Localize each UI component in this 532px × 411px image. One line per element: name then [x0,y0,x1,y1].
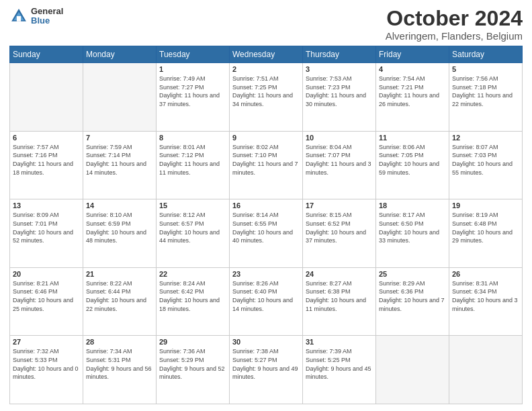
header: General Blue October 2024 Alveringem, Fl… [9,7,523,42]
day-info: Sunrise: 7:34 AM Sunset: 5:31 PM Dayligh… [86,347,153,381]
calendar-cell: 14Sunrise: 8:10 AM Sunset: 6:59 PM Dayli… [83,199,157,268]
day-number: 6 [13,134,80,142]
day-info: Sunrise: 8:24 AM Sunset: 6:42 PM Dayligh… [159,279,226,313]
day-number: 19 [452,201,519,210]
logo-icon [9,7,28,26]
calendar-cell [376,336,449,404]
day-info: Sunrise: 8:26 AM Sunset: 6:40 PM Dayligh… [232,279,300,313]
day-number: 21 [86,270,153,278]
calendar-cell [10,63,83,132]
calendar-cell [449,336,523,404]
svg-rect-2 [17,16,21,21]
day-info: Sunrise: 8:19 AM Sunset: 6:48 PM Dayligh… [452,211,519,244]
day-info: Sunrise: 7:56 AM Sunset: 7:18 PM Dayligh… [452,75,519,108]
calendar-cell: 21Sunrise: 8:22 AM Sunset: 6:44 PM Dayli… [83,267,157,336]
day-number: 31 [306,338,373,346]
calendar-cell: 13Sunrise: 8:09 AM Sunset: 7:01 PM Dayli… [10,199,83,268]
day-number: 7 [86,134,153,142]
day-number: 8 [159,134,226,142]
calendar-day-header: Sunday [10,46,83,63]
calendar-cell: 7Sunrise: 7:59 AM Sunset: 7:14 PM Daylig… [83,131,157,199]
day-number: 9 [232,134,300,142]
day-number: 13 [13,201,80,210]
calendar-cell: 28Sunrise: 7:34 AM Sunset: 5:31 PM Dayli… [83,336,157,404]
calendar-cell: 1Sunrise: 7:49 AM Sunset: 7:27 PM Daylig… [157,63,230,132]
calendar-cell: 24Sunrise: 8:27 AM Sunset: 6:38 PM Dayli… [303,267,376,336]
day-info: Sunrise: 7:39 AM Sunset: 5:25 PM Dayligh… [306,347,373,381]
day-number: 23 [232,270,300,278]
calendar-cell: 18Sunrise: 8:17 AM Sunset: 6:50 PM Dayli… [376,199,449,268]
calendar-day-header: Saturday [449,46,523,63]
day-info: Sunrise: 8:29 AM Sunset: 6:36 PM Dayligh… [379,279,446,313]
day-number: 20 [13,270,80,278]
page: General Blue October 2024 Alveringem, Fl… [0,0,532,411]
day-info: Sunrise: 8:12 AM Sunset: 6:57 PM Dayligh… [159,211,226,244]
calendar-cell: 8Sunrise: 8:01 AM Sunset: 7:12 PM Daylig… [157,131,230,199]
calendar-week-row: 1Sunrise: 7:49 AM Sunset: 7:27 PM Daylig… [10,63,523,132]
day-info: Sunrise: 8:21 AM Sunset: 6:46 PM Dayligh… [13,279,80,313]
day-info: Sunrise: 8:15 AM Sunset: 6:52 PM Dayligh… [306,211,373,244]
day-info: Sunrise: 8:27 AM Sunset: 6:38 PM Dayligh… [306,279,373,313]
day-info: Sunrise: 8:10 AM Sunset: 6:59 PM Dayligh… [86,211,153,244]
day-number: 1 [159,65,226,73]
day-number: 28 [86,338,153,346]
calendar-cell: 3Sunrise: 7:53 AM Sunset: 7:23 PM Daylig… [303,63,376,132]
page-title: October 2024 [386,7,523,30]
day-info: Sunrise: 8:02 AM Sunset: 7:10 PM Dayligh… [232,143,300,177]
day-number: 16 [232,201,300,210]
calendar-cell: 30Sunrise: 7:38 AM Sunset: 5:27 PM Dayli… [230,336,303,404]
day-number: 17 [306,201,373,210]
calendar-cell: 4Sunrise: 7:54 AM Sunset: 7:21 PM Daylig… [376,63,449,132]
day-number: 14 [86,201,153,210]
day-info: Sunrise: 7:38 AM Sunset: 5:27 PM Dayligh… [232,347,300,381]
calendar-day-header: Thursday [303,46,376,63]
day-number: 29 [159,338,226,346]
day-info: Sunrise: 8:07 AM Sunset: 7:03 PM Dayligh… [452,143,519,177]
calendar-cell: 2Sunrise: 7:51 AM Sunset: 7:25 PM Daylig… [230,63,303,132]
calendar-cell: 25Sunrise: 8:29 AM Sunset: 6:36 PM Dayli… [376,267,449,336]
calendar-cell: 22Sunrise: 8:24 AM Sunset: 6:42 PM Dayli… [157,267,230,336]
day-info: Sunrise: 8:01 AM Sunset: 7:12 PM Dayligh… [159,143,226,177]
day-info: Sunrise: 8:06 AM Sunset: 7:05 PM Dayligh… [379,143,446,177]
calendar-cell: 10Sunrise: 8:04 AM Sunset: 7:07 PM Dayli… [303,131,376,199]
calendar-cell: 29Sunrise: 7:36 AM Sunset: 5:29 PM Dayli… [157,336,230,404]
calendar-week-row: 20Sunrise: 8:21 AM Sunset: 6:46 PM Dayli… [10,267,523,336]
day-info: Sunrise: 7:49 AM Sunset: 7:27 PM Dayligh… [159,75,226,108]
calendar-cell: 9Sunrise: 8:02 AM Sunset: 7:10 PM Daylig… [230,131,303,199]
calendar-week-row: 27Sunrise: 7:32 AM Sunset: 5:33 PM Dayli… [10,336,523,404]
day-number: 15 [159,201,226,210]
day-info: Sunrise: 7:54 AM Sunset: 7:21 PM Dayligh… [379,75,446,108]
page-subtitle: Alveringem, Flanders, Belgium [386,30,523,42]
day-number: 12 [452,134,519,142]
day-info: Sunrise: 7:51 AM Sunset: 7:25 PM Dayligh… [232,75,300,108]
day-info: Sunrise: 8:09 AM Sunset: 7:01 PM Dayligh… [13,211,80,244]
calendar-cell [83,63,157,132]
calendar-cell: 15Sunrise: 8:12 AM Sunset: 6:57 PM Dayli… [157,199,230,268]
day-number: 18 [379,201,446,210]
day-info: Sunrise: 8:31 AM Sunset: 6:34 PM Dayligh… [452,279,519,313]
calendar-header-row: SundayMondayTuesdayWednesdayThursdayFrid… [10,46,523,63]
day-number: 22 [159,270,226,278]
logo-line1: General [31,7,63,16]
calendar-cell: 5Sunrise: 7:56 AM Sunset: 7:18 PM Daylig… [449,63,523,132]
calendar-cell: 17Sunrise: 8:15 AM Sunset: 6:52 PM Dayli… [303,199,376,268]
calendar-cell: 19Sunrise: 8:19 AM Sunset: 6:48 PM Dayli… [449,199,523,268]
day-number: 27 [13,338,80,346]
calendar-cell: 20Sunrise: 8:21 AM Sunset: 6:46 PM Dayli… [10,267,83,336]
day-info: Sunrise: 7:59 AM Sunset: 7:14 PM Dayligh… [86,143,153,177]
day-number: 2 [232,65,300,73]
calendar-cell: 16Sunrise: 8:14 AM Sunset: 6:55 PM Dayli… [230,199,303,268]
calendar-cell: 11Sunrise: 8:06 AM Sunset: 7:05 PM Dayli… [376,131,449,199]
calendar-cell: 23Sunrise: 8:26 AM Sunset: 6:40 PM Dayli… [230,267,303,336]
day-number: 26 [452,270,519,278]
calendar-cell: 27Sunrise: 7:32 AM Sunset: 5:33 PM Dayli… [10,336,83,404]
day-number: 5 [452,65,519,73]
calendar-day-header: Tuesday [157,46,230,63]
calendar-day-header: Monday [83,46,157,63]
day-number: 11 [379,134,446,142]
calendar-cell: 12Sunrise: 8:07 AM Sunset: 7:03 PM Dayli… [449,131,523,199]
logo-text: General Blue [31,7,63,26]
calendar-cell: 26Sunrise: 8:31 AM Sunset: 6:34 PM Dayli… [449,267,523,336]
calendar-table: SundayMondayTuesdayWednesdayThursdayFrid… [9,46,523,404]
calendar-week-row: 6Sunrise: 7:57 AM Sunset: 7:16 PM Daylig… [10,131,523,199]
